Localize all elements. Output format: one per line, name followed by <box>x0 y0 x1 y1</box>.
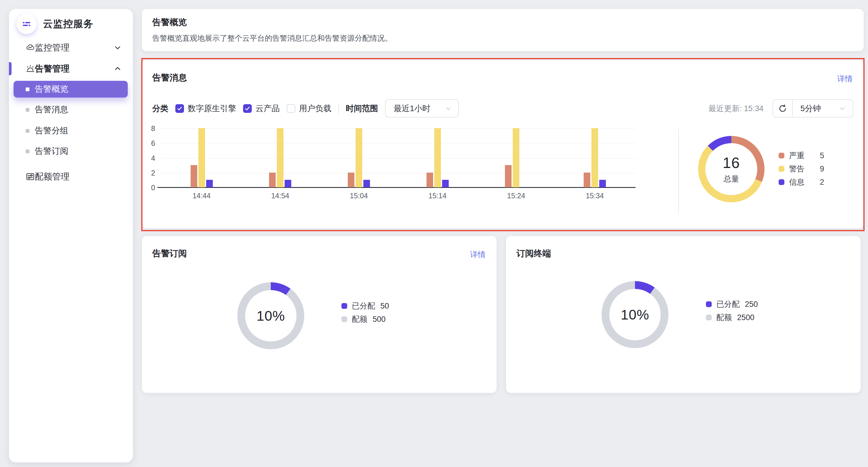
sidebar-item-label: 告警消息 <box>35 104 68 115</box>
bar-chart-y-axis: 02468 <box>142 128 158 187</box>
legend-value: 2 <box>820 178 824 187</box>
bar-警告-15:14 <box>434 128 441 187</box>
alert-subscription-card: 告警订阅 详情 10% 已分配50配额500 <box>142 236 497 393</box>
bar-警告-15:04 <box>355 128 362 187</box>
bar-信息-14:44 <box>206 180 213 187</box>
alert-donut-legend: 严重5警告9信息2 <box>779 151 824 186</box>
chevron-up-icon <box>113 64 122 73</box>
subscription-detail-link[interactable]: 详情 <box>470 250 486 260</box>
legend-item: 信息2 <box>779 178 824 186</box>
legend-marker-icon <box>706 315 712 320</box>
card-title: 告警订阅 <box>152 247 187 260</box>
legend-item: 配额500 <box>341 315 389 324</box>
legend-marker-icon <box>779 153 784 158</box>
x-axis-tick: 14:44 <box>184 192 219 200</box>
chevron-down-icon <box>838 105 846 113</box>
sidebar-item-alert-messages[interactable]: 告警消息 <box>13 102 128 117</box>
sidebar-item-label: 告警订阅 <box>35 145 68 157</box>
legend-label: 信息 <box>789 177 820 187</box>
page-description: 告警概览直观地展示了整个云平台的告警消息汇总和告警资源分配情况。 <box>152 33 392 43</box>
sidebar-item-label: 告警分组 <box>35 125 68 137</box>
chevron-down-icon <box>113 43 122 52</box>
refresh-icon <box>778 104 787 113</box>
sidebar-item-monitor-management[interactable]: 监控管理 <box>9 40 133 55</box>
legend-item: 严重5 <box>779 151 824 160</box>
card-title: 订阅终端 <box>517 247 551 260</box>
app: 云监控服务 监控管理 <box>0 0 868 467</box>
time-range-select[interactable]: 最近1小时 <box>385 99 459 117</box>
legend-label: 配额 <box>716 312 732 323</box>
legend-value: 250 <box>745 300 758 309</box>
gridline <box>161 173 636 173</box>
bar-严重-14:54 <box>269 173 276 187</box>
sidebar: 云监控服务 监控管理 <box>9 9 133 462</box>
sidebar-item-quota-management[interactable]: 配额管理 <box>9 169 133 184</box>
sidebar-item-alert-subscription[interactable]: 告警订阅 <box>13 143 128 159</box>
divider <box>338 103 339 114</box>
legend-label: 已分配 <box>352 301 375 311</box>
legend-marker-icon <box>341 316 347 322</box>
checkbox-checked-icon <box>175 104 184 113</box>
sidebar-item-label: 配额管理 <box>35 171 69 183</box>
app-logo-icon <box>17 14 37 34</box>
x-axis-tick: 15:34 <box>578 192 612 200</box>
gridline <box>161 128 636 129</box>
page-title: 告警概览 <box>152 17 187 28</box>
category-filter-label: 分类 <box>152 103 168 114</box>
bar-严重-15:24 <box>505 165 512 187</box>
bar-警告-14:54 <box>277 128 283 187</box>
cloud-monitor-icon <box>25 42 35 53</box>
gridline <box>161 158 636 158</box>
donut-center-text: 10% <box>237 282 304 349</box>
chevron-down-icon <box>444 105 453 113</box>
legend-label: 严重 <box>789 150 820 161</box>
bullet-square-icon <box>26 129 29 133</box>
last-update-text: 最近更新: 15:34 <box>709 103 764 114</box>
bullet-square-icon <box>26 149 29 153</box>
legend-item: 警告9 <box>779 165 824 173</box>
legend-value: 9 <box>820 165 824 173</box>
app-title: 云监控服务 <box>43 17 93 31</box>
legend-label: 配额 <box>352 314 367 324</box>
legend-item: 已分配50 <box>341 302 389 310</box>
legend-marker-icon <box>779 179 784 185</box>
x-axis-tick: 14:54 <box>263 192 298 200</box>
sidebar-item-alert-groups[interactable]: 告警分组 <box>13 123 128 139</box>
legend-label: 警告 <box>789 164 820 174</box>
legend-marker-icon <box>779 166 784 172</box>
bar-警告-15:34 <box>591 128 598 187</box>
legend-value: 500 <box>373 315 385 324</box>
terminal-usage-donut: 10% <box>601 281 669 348</box>
terminal-legend: 已分配250配额2500 <box>706 300 758 322</box>
checkbox-cloud-product[interactable]: 云产品 <box>243 103 280 114</box>
bar-信息-15:14 <box>442 180 449 187</box>
sidebar-item-label: 告警概览 <box>35 83 68 95</box>
x-axis-tick: 15:04 <box>341 192 376 200</box>
bar-严重-15:04 <box>348 173 354 187</box>
legend-marker-icon <box>706 301 712 307</box>
y-axis-tick: 2 <box>151 169 155 177</box>
legend-item: 配额2500 <box>706 313 758 322</box>
subscription-usage-donut: 10% <box>237 282 304 349</box>
bar-严重-14:44 <box>191 165 197 187</box>
sidebar-item-label: 监控管理 <box>35 42 69 54</box>
overview-card: 告警概览 告警概览直观地展示了整个云平台的告警消息汇总和告警资源分配情况。 <box>142 9 864 51</box>
refresh-button[interactable] <box>773 100 792 117</box>
card-title: 告警消息 <box>152 72 187 84</box>
legend-marker-icon <box>341 303 347 309</box>
subscription-legend: 已分配50配额500 <box>341 302 389 324</box>
legend-value: 2500 <box>737 313 754 322</box>
sidebar-item-alert-overview[interactable]: 告警概览 <box>13 81 128 97</box>
checkbox-digital-native-engine[interactable]: 数字原生引擎 <box>175 103 236 114</box>
legend-value: 50 <box>380 302 389 311</box>
legend-label: 已分配 <box>716 299 740 310</box>
refresh-controls: 最近更新: 15:34 5分钟 <box>709 99 853 117</box>
sidebar-item-alert-management[interactable]: 告警管理 <box>9 61 133 77</box>
bar-严重-15:14 <box>427 173 433 187</box>
checkbox-user-load[interactable]: 用户负载 <box>287 103 331 114</box>
bar-信息-15:34 <box>599 180 606 187</box>
refresh-interval-select[interactable]: 5分钟 <box>793 103 853 114</box>
y-axis-tick: 8 <box>151 124 155 133</box>
alert-detail-link[interactable]: 详情 <box>837 74 853 84</box>
subscription-terminal-card: 订阅终端 10% 已分配250配额2500 <box>506 236 861 393</box>
